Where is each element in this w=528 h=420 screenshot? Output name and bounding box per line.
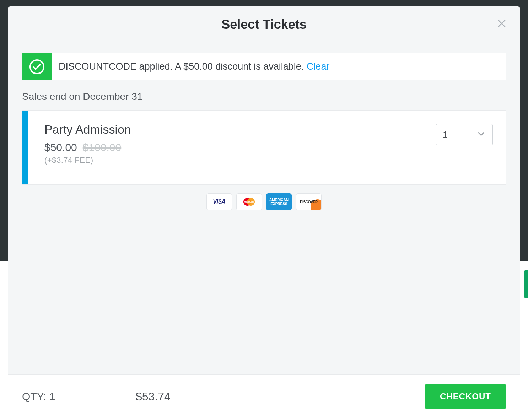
- discount-message: DISCOUNTCODE applied. A $50.00 discount …: [59, 61, 304, 72]
- svg-text:MasterCard: MasterCard: [244, 201, 254, 203]
- payment-cards-row: VISA MasterCard AMERICAN EXPRESS DISCOVE…: [22, 193, 506, 210]
- modal-header: Select Tickets: [8, 6, 520, 43]
- modal-footer: QTY: 1 $53.74 CHECKOUT: [8, 374, 520, 420]
- discount-message-container: DISCOUNTCODE applied. A $50.00 discount …: [52, 53, 336, 80]
- ticket-content: Party Admission $50.00 $100.00 (+$3.74 F…: [28, 111, 506, 184]
- svg-point-2: [30, 60, 44, 73]
- ticket-card: Party Admission $50.00 $100.00 (+$3.74 F…: [22, 110, 506, 185]
- ticket-fee: (+$3.74 FEE): [44, 156, 491, 165]
- footer-qty: QTY: 1: [22, 391, 136, 403]
- ticket-name: Party Admission: [44, 123, 491, 136]
- quantity-value: 1: [443, 130, 447, 140]
- mastercard-icon: MasterCard: [236, 193, 262, 210]
- footer-total: $53.74: [136, 390, 171, 403]
- visa-card-icon: VISA: [206, 193, 232, 210]
- discount-banner: DISCOUNTCODE applied. A $50.00 discount …: [22, 53, 506, 80]
- discover-label: DISCOVER: [300, 200, 318, 204]
- discount-icon-box: [22, 53, 52, 80]
- amex-card-icon: AMERICAN EXPRESS: [266, 193, 292, 210]
- ticket-accent-bar: [22, 111, 28, 184]
- chevron-down-icon: [476, 129, 486, 140]
- amex-line1: AMERICAN: [269, 198, 289, 202]
- ticket-price-row: $50.00 $100.00: [44, 141, 491, 154]
- close-button[interactable]: [496, 18, 507, 29]
- discover-card-icon: DISCOVER: [296, 193, 322, 210]
- ticket-price: $50.00: [44, 141, 77, 154]
- modal-body: DISCOUNTCODE applied. A $50.00 discount …: [8, 43, 520, 374]
- modal-title: Select Tickets: [8, 17, 520, 32]
- backdrop-accent: [524, 270, 528, 298]
- clear-discount-link[interactable]: Clear: [307, 61, 330, 72]
- amex-line2: EXPRESS: [269, 202, 289, 206]
- close-icon: [496, 18, 507, 29]
- quantity-select[interactable]: 1: [436, 124, 493, 145]
- ticket-original-price: $100.00: [83, 141, 121, 154]
- select-tickets-modal: Select Tickets DISCOUNTCODE applied. A $…: [8, 6, 520, 420]
- checkout-button[interactable]: CHECKOUT: [425, 384, 506, 409]
- sales-end-label: Sales end on December 31: [22, 91, 506, 102]
- check-circle-icon: [29, 59, 45, 75]
